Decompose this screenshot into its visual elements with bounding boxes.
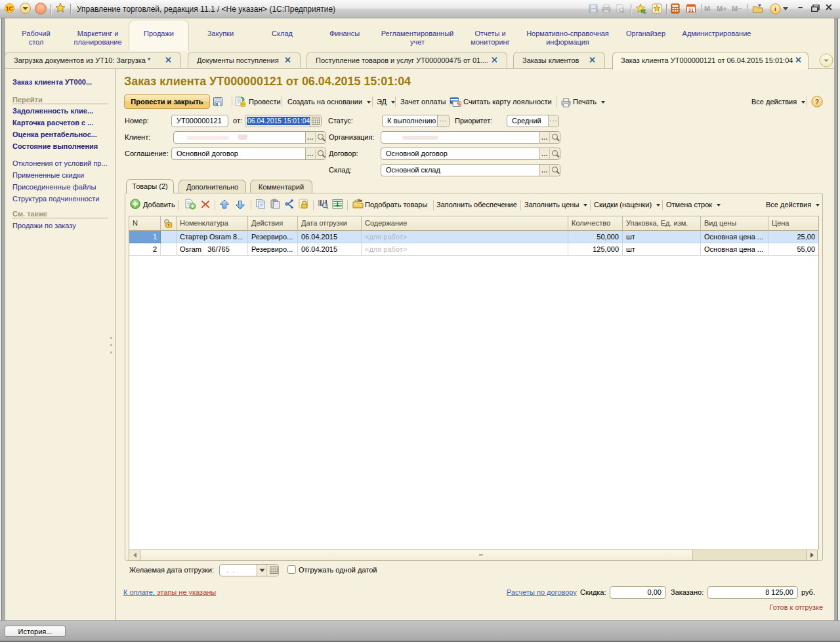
- svg-text:i: i: [774, 5, 776, 12]
- svg-text:?: ?: [815, 98, 819, 106]
- svg-text:31: 31: [688, 7, 694, 13]
- svg-text:1C: 1C: [6, 5, 13, 12]
- svg-text:%: %: [457, 102, 461, 106]
